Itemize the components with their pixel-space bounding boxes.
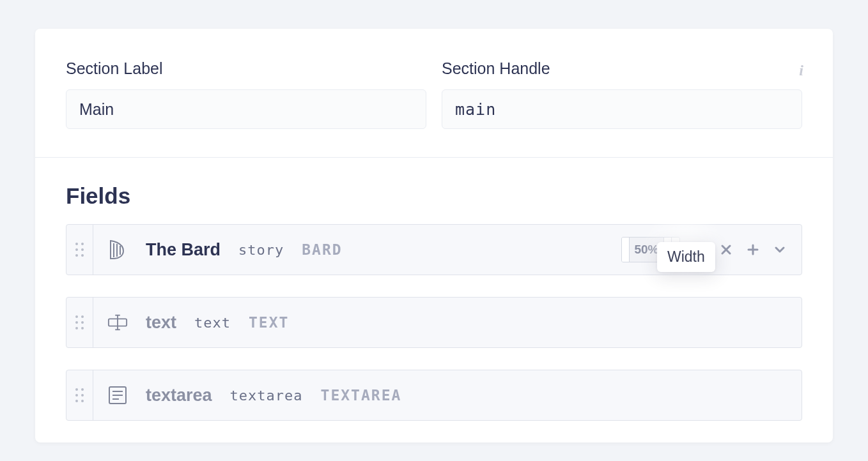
section-label-caption: Section Label [66,59,426,78]
field-body[interactable]: text text TEXT [93,298,802,347]
width-tooltip: Width [657,242,715,272]
bard-icon [107,239,128,260]
section-handle-input[interactable] [442,89,802,129]
field-row: text text TEXT [66,297,802,348]
section-card: Section Label Section Handle i Fields [35,29,833,442]
field-handle: textarea [230,388,303,404]
drag-handle[interactable] [66,298,93,347]
info-icon[interactable]: i [799,62,803,79]
section-header: Section Label Section Handle i [35,29,833,157]
field-type: TEXTAREA [321,387,402,404]
drag-handle[interactable] [66,225,93,275]
field-title: text [146,313,176,333]
textarea-icon [107,385,128,405]
fields-section: Fields The Bard story BARD [35,158,833,421]
plus-icon[interactable] [745,242,761,257]
field-type: TEXT [249,314,289,331]
field-type: BARD [302,241,342,258]
section-handle-caption: Section Handle [442,59,802,78]
close-icon[interactable] [718,242,734,257]
field-body[interactable]: textarea textarea TEXTAREA [93,370,802,420]
section-handle-group: Section Handle i [442,59,802,129]
section-label-input[interactable] [66,89,426,129]
drag-handle[interactable] [66,370,93,420]
field-handle: text [194,315,231,331]
field-handle: story [238,242,284,258]
text-icon [107,312,128,333]
field-title: The Bard [146,240,221,260]
section-label-group: Section Label [66,59,426,129]
fields-heading: Fields [66,183,802,209]
field-row: textarea textarea TEXTAREA [66,370,802,421]
width-seg-25[interactable] [622,238,630,262]
field-title: textarea [146,386,212,405]
field-body[interactable]: The Bard story BARD [93,225,621,275]
chevron-down-icon[interactable] [772,242,787,257]
